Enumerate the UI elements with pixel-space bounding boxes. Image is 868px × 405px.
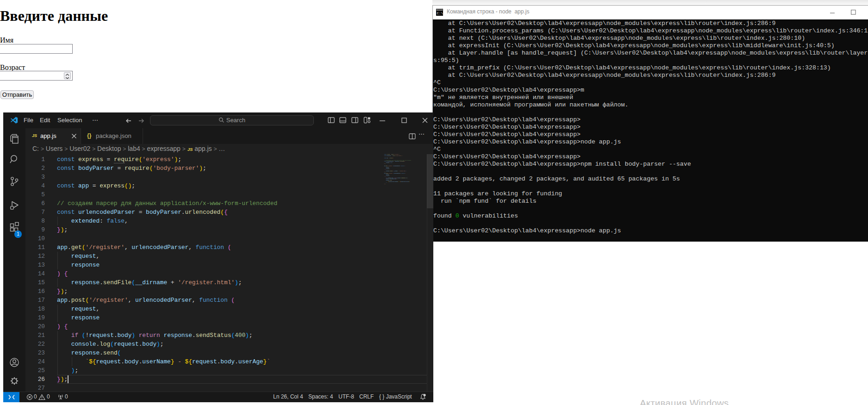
svg-text:C:\: C:\	[437, 12, 443, 15]
